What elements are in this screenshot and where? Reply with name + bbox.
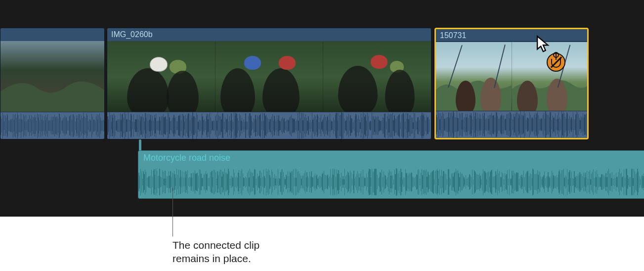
audio-clip-title: Motorcycle road noise [138,151,644,164]
video-clip[interactable]: IMG_0260b [107,28,431,139]
clip-thumbnail [512,42,588,114]
clip-title [0,28,104,42]
clip-audio-lane[interactable] [0,112,104,139]
connected-audio-clip[interactable]: Motorcycle road noise [138,150,644,199]
video-clip-selected[interactable]: 150731 [434,28,589,139]
clip-audio-lane[interactable] [436,111,587,138]
video-clip[interactable] [0,28,105,139]
connection-indicator [139,139,141,151]
clip-thumbnail [323,41,431,113]
annotation-text: The connected clip remains in place. [172,238,259,266]
timeline[interactable]: IMG_0260b [0,0,644,217]
primary-storyline: IMG_0260b [0,28,644,140]
no-move-badge-icon [547,53,565,72]
clip-title: IMG_0260b [107,28,431,42]
clip-audio-lane[interactable] [107,112,431,139]
clip-title: 150731 [436,29,587,42]
leader-line [172,188,173,236]
clip-thumbnail [0,41,104,113]
clip-thumbnail [215,41,324,113]
clip-thumbnail [107,41,215,113]
clip-thumbnail [436,42,512,114]
annotation: The connected clip remains in place. [0,217,644,271]
